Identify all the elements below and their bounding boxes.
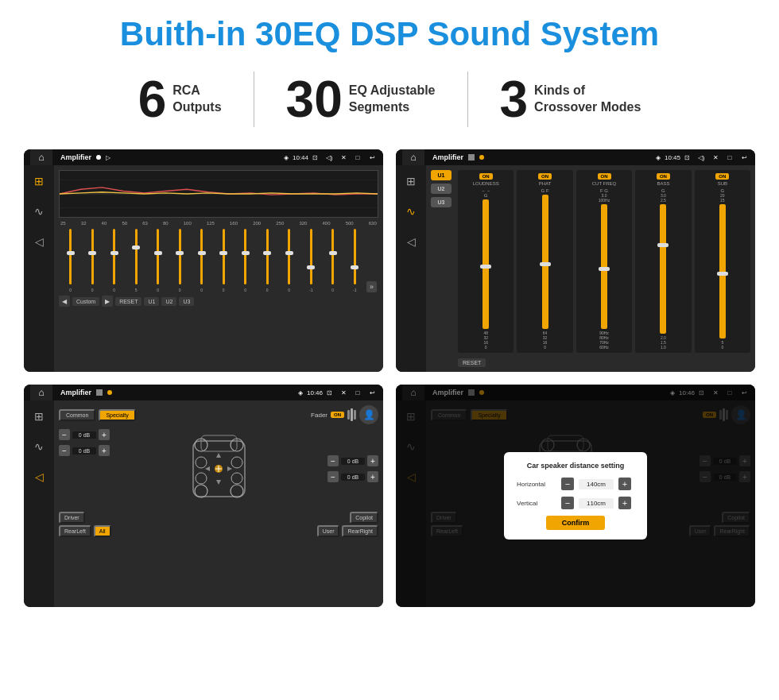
camera-icon-tr: ⊡ [682,153,692,162]
crossover-sidebar: ⊞ ∿ ◁ [396,165,426,372]
nav-user[interactable]: User [317,525,340,537]
eq-prev-btn[interactable]: ◀ [59,296,70,307]
eq-custom-btn[interactable]: Custom [72,297,99,306]
eq-slider-7[interactable]: 0 [192,229,212,292]
sidebar-eq-bl[interactable]: ⊞ [29,407,48,426]
stat-crossover: 3 Kinds ofCrossover Modes [468,74,673,125]
eq-slider-3[interactable]: 0 [104,229,125,292]
sidebar-eq-icon-tr[interactable]: ⊞ [401,172,421,191]
car-diagram [114,429,323,509]
sub-slider[interactable] [719,204,726,338]
horizontal-minus[interactable]: − [561,478,574,490]
db-plus-4[interactable]: + [367,471,378,482]
fader-bottom-bar-2: RearLeft All User RearRight [59,525,378,537]
phat-on[interactable]: ON [538,173,552,180]
channels-area: ON LOUDNESS ~~ G 48 32 [458,170,750,367]
tab-common[interactable]: Common [59,409,95,421]
sidebar-speaker-icon[interactable]: ◁ [29,232,48,251]
app-name-tl: Amplifier [60,153,91,161]
eq-next-btn[interactable]: ▶ [102,296,113,307]
eq-slider-2[interactable]: 0 [83,229,103,292]
fader-on-toggle[interactable]: ON [331,412,344,418]
sidebar-speaker-bl[interactable]: ◁ [29,467,48,486]
crossover-main-area: U1 U2 U3 ON LOUDNESS ~~ [426,165,755,372]
preset-u1[interactable]: U1 [431,170,452,180]
home-icon-tr[interactable]: ⌂ [402,149,424,165]
horizontal-label: Horizontal [517,481,556,488]
vertical-minus[interactable]: − [561,497,574,509]
loudness-slider[interactable] [483,199,489,329]
eq-u1-btn[interactable]: U1 [144,297,159,306]
eq-slider-13[interactable]: 0 [323,229,343,292]
volume-icon-tr: ◁) [696,153,706,162]
dialog-horizontal-row: Horizontal − 140cm + [517,478,634,490]
fader-screen-content: ⊞ ∿ ◁ Common Specialty Fader ON [24,400,383,607]
home-icon-bl[interactable]: ⌂ [30,385,52,400]
camera-icon-bl: ⊡ [324,388,334,397]
sidebar-speaker-icon-tr[interactable]: ◁ [401,232,421,251]
db-minus-4[interactable]: − [327,471,339,482]
nav-rearright[interactable]: RearRight [342,525,378,537]
db-plus-2[interactable]: + [99,445,110,456]
home-icon[interactable]: ⌂ [30,149,52,165]
status-sq [468,154,475,160]
db-plus-3[interactable]: + [367,455,378,466]
fader-bottom-bar: Driver Copilot [59,512,378,524]
eq-u2-btn[interactable]: U2 [161,297,176,306]
eq-slider-9[interactable]: 0 [235,229,256,292]
sub-on[interactable]: ON [715,173,729,180]
fader-body: − 0 dB + − 0 dB + [59,429,378,509]
eq-slider-10[interactable]: 0 [258,229,278,292]
eq-slider-4[interactable]: 5 [126,229,147,292]
time-bl: 10:46 [310,388,320,397]
preset-u3[interactable]: U3 [431,197,452,207]
tab-specialty[interactable]: Specialty [99,409,135,421]
vertical-value: 110cm [579,498,614,509]
fader-main: Common Specialty Fader ON 👤 [54,400,383,607]
confirm-button[interactable]: Confirm [546,516,606,530]
ch-phat: ON PHAT G F 64 32 16 0 [517,170,572,353]
loudness-on[interactable]: ON [479,173,493,180]
sidebar-wave-icon-tr[interactable]: ∿ [401,202,421,221]
nav-rearleft[interactable]: RearLeft [59,525,91,537]
sidebar-wave-bl[interactable]: ∿ [29,437,48,456]
sidebar-wave-icon[interactable]: ∿ [29,202,48,221]
nav-copilot[interactable]: Copilot [350,512,378,524]
nav-driver[interactable]: Driver [59,512,85,524]
db-minus-2[interactable]: − [59,445,70,456]
eq-reset-btn[interactable]: RESET [115,297,141,306]
phat-slider[interactable] [542,195,548,329]
bass-on[interactable]: ON [657,173,670,180]
eq-slider-14[interactable]: -1 [345,229,366,292]
page-title: Buith-in 30EQ DSP Sound System [24,16,755,52]
cutfreq-slider[interactable] [601,204,607,329]
app-name-bl: Amplifier [60,389,91,396]
preset-u2[interactable]: U2 [431,184,452,194]
eq-slider-12[interactable]: -1 [301,229,322,292]
stat-eq-number: 30 [286,74,343,125]
svg-point-12 [231,473,242,484]
cutfreq-on[interactable]: ON [598,173,611,180]
user-icon-btn-bl[interactable]: 👤 [359,405,378,424]
eq-u3-btn[interactable]: U3 [179,297,194,306]
close-icon-bl: □ [353,388,362,397]
db-minus-1[interactable]: − [59,429,70,440]
db-ctrl-2: − 0 dB + [59,445,110,456]
crossover-reset-btn[interactable]: RESET [458,358,486,367]
location-icon-bl: ◈ [296,388,305,397]
eq-slider-1[interactable]: 0 [60,229,81,292]
eq-slider-8[interactable]: 0 [214,229,234,292]
sidebar-eq-icon[interactable]: ⊞ [29,172,48,191]
eq-arrows[interactable]: » [366,281,377,292]
horizontal-plus[interactable]: + [618,478,631,490]
bass-slider[interactable] [660,204,666,334]
eq-slider-5[interactable]: 0 [148,229,169,292]
nav-all[interactable]: All [94,525,111,537]
eq-slider-11[interactable]: 0 [279,229,300,292]
back-icon-tr: ↩ [739,153,749,162]
vertical-plus[interactable]: + [618,497,631,509]
eq-slider-6[interactable]: 0 [170,229,191,292]
crossover-cols: ON LOUDNESS ~~ G 48 32 [458,170,750,353]
db-minus-3[interactable]: − [327,455,339,466]
db-plus-1[interactable]: + [99,429,110,440]
